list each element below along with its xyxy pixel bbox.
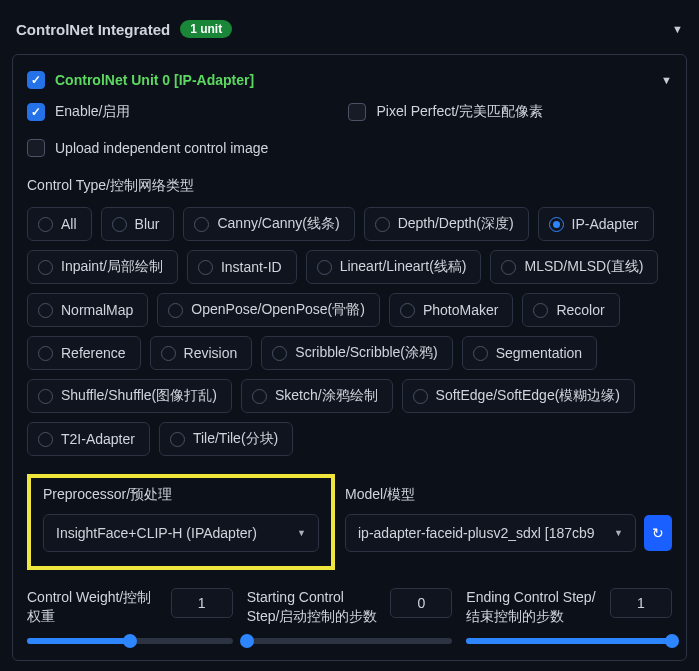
control-type-option[interactable]: Shuffle/Shuffle(图像打乱) <box>27 379 232 413</box>
control-type-option[interactable]: NormalMap <box>27 293 148 327</box>
radio-icon <box>161 346 176 361</box>
radio-icon <box>413 389 428 404</box>
control-type-option-label: Instant-ID <box>221 259 282 275</box>
radio-icon <box>252 389 267 404</box>
refresh-button[interactable]: ↻ <box>644 515 672 551</box>
chevron-down-icon: ▼ <box>614 528 623 538</box>
control-type-option[interactable]: Scribble/Scribble(涂鸦) <box>261 336 452 370</box>
radio-icon <box>38 432 53 447</box>
radio-icon <box>38 303 53 318</box>
unit-count-badge: 1 unit <box>180 20 232 38</box>
control-type-option[interactable]: T2I-Adapter <box>27 422 150 456</box>
enable-checkbox[interactable] <box>27 103 45 121</box>
start-step-label: Starting Control Step/启动控制的步数 <box>247 588 381 626</box>
control-type-option-label: Sketch/涂鸦绘制 <box>275 387 378 405</box>
control-weight-slider[interactable] <box>27 638 233 644</box>
radio-icon <box>317 260 332 275</box>
control-type-option[interactable]: Depth/Depth(深度) <box>364 207 529 241</box>
radio-icon <box>38 217 53 232</box>
control-type-option-label: Canny/Canny(线条) <box>217 215 339 233</box>
control-type-option[interactable]: All <box>27 207 92 241</box>
control-type-option[interactable]: OpenPose/OpenPose(骨骼) <box>157 293 380 327</box>
control-type-option[interactable]: Segmentation <box>462 336 597 370</box>
radio-icon <box>170 432 185 447</box>
unit-title: ControlNet Unit 0 [IP-Adapter] <box>55 72 254 88</box>
control-type-option-label: Depth/Depth(深度) <box>398 215 514 233</box>
control-type-option[interactable]: SoftEdge/SoftEdge(模糊边缘) <box>402 379 635 413</box>
preprocessor-highlight: Preprocessor/预处理 InsightFace+CLIP-H (IPA… <box>27 474 335 570</box>
control-type-option[interactable]: Lineart/Lineart(线稿) <box>306 250 482 284</box>
collapse-icon[interactable]: ▼ <box>672 23 683 35</box>
radio-icon <box>501 260 516 275</box>
control-type-option-label: Inpaint/局部绘制 <box>61 258 163 276</box>
upload-image-checkbox[interactable] <box>27 139 45 157</box>
control-type-option-label: Shuffle/Shuffle(图像打乱) <box>61 387 217 405</box>
model-label: Model/模型 <box>345 486 672 504</box>
radio-icon <box>400 303 415 318</box>
radio-icon <box>168 303 183 318</box>
control-weight-label: Control Weight/控制权重 <box>27 588 161 626</box>
control-type-option-label: PhotoMaker <box>423 302 498 318</box>
radio-icon <box>198 260 213 275</box>
control-type-option-label: All <box>61 216 77 232</box>
pixel-perfect-checkbox[interactable] <box>348 103 366 121</box>
control-type-option-label: Reference <box>61 345 126 361</box>
end-step-value[interactable]: 1 <box>610 588 672 618</box>
control-type-option[interactable]: Recolor <box>522 293 619 327</box>
start-step-value[interactable]: 0 <box>390 588 452 618</box>
unit-enable-checkbox[interactable] <box>27 71 45 89</box>
chevron-down-icon: ▼ <box>297 528 306 538</box>
control-type-option[interactable]: Instant-ID <box>187 250 297 284</box>
radio-icon <box>112 217 127 232</box>
control-type-option[interactable]: Inpaint/局部绘制 <box>27 250 178 284</box>
control-type-option[interactable]: IP-Adapter <box>538 207 654 241</box>
end-step-slider[interactable] <box>466 638 672 644</box>
control-type-option[interactable]: Revision <box>150 336 253 370</box>
control-type-option-label: Lineart/Lineart(线稿) <box>340 258 467 276</box>
control-type-option-label: IP-Adapter <box>572 216 639 232</box>
control-type-option-label: Segmentation <box>496 345 582 361</box>
radio-icon <box>194 217 209 232</box>
control-type-option-label: NormalMap <box>61 302 133 318</box>
end-step-label: Ending Control Step/结束控制的步数 <box>466 588 600 626</box>
radio-icon <box>549 217 564 232</box>
preprocessor-value: InsightFace+CLIP-H (IPAdapter) <box>56 525 257 541</box>
control-type-option-label: Blur <box>135 216 160 232</box>
control-type-option[interactable]: Canny/Canny(线条) <box>183 207 354 241</box>
radio-icon <box>533 303 548 318</box>
control-type-group: AllBlurCanny/Canny(线条)Depth/Depth(深度)IP-… <box>27 207 672 456</box>
control-weight-value[interactable]: 1 <box>171 588 233 618</box>
pixel-perfect-label: Pixel Perfect/完美匹配像素 <box>376 103 542 121</box>
control-type-option-label: Revision <box>184 345 238 361</box>
control-type-option[interactable]: PhotoMaker <box>389 293 513 327</box>
unit-panel: ControlNet Unit 0 [IP-Adapter] ▼ Enable/… <box>12 54 687 661</box>
control-type-option[interactable]: Sketch/涂鸦绘制 <box>241 379 393 413</box>
radio-icon <box>38 389 53 404</box>
start-step-slider[interactable] <box>247 638 453 644</box>
upload-image-label: Upload independent control image <box>55 140 268 156</box>
control-type-option-label: Tile/Tile(分块) <box>193 430 278 448</box>
control-type-option[interactable]: MLSD/MLSD(直线) <box>490 250 658 284</box>
radio-icon <box>38 260 53 275</box>
preprocessor-select[interactable]: InsightFace+CLIP-H (IPAdapter) ▼ <box>43 514 319 552</box>
model-value: ip-adapter-faceid-plusv2_sdxl [187cb9 <box>358 525 595 541</box>
control-type-option-label: T2I-Adapter <box>61 431 135 447</box>
control-type-option-label: Recolor <box>556 302 604 318</box>
preprocessor-label: Preprocessor/预处理 <box>43 486 319 504</box>
model-select[interactable]: ip-adapter-faceid-plusv2_sdxl [187cb9 ▼ <box>345 514 636 552</box>
radio-icon <box>272 346 287 361</box>
control-type-option[interactable]: Tile/Tile(分块) <box>159 422 293 456</box>
radio-icon <box>473 346 488 361</box>
refresh-icon: ↻ <box>652 525 664 541</box>
enable-label: Enable/启用 <box>55 103 130 121</box>
control-type-option-label: SoftEdge/SoftEdge(模糊边缘) <box>436 387 620 405</box>
control-type-option-label: MLSD/MLSD(直线) <box>524 258 643 276</box>
control-type-option[interactable]: Reference <box>27 336 141 370</box>
unit-collapse-icon[interactable]: ▼ <box>661 74 672 86</box>
radio-icon <box>375 217 390 232</box>
control-type-option-label: OpenPose/OpenPose(骨骼) <box>191 301 365 319</box>
control-type-option[interactable]: Blur <box>101 207 175 241</box>
control-type-label: Control Type/控制网络类型 <box>27 177 672 195</box>
control-type-option-label: Scribble/Scribble(涂鸦) <box>295 344 437 362</box>
radio-icon <box>38 346 53 361</box>
